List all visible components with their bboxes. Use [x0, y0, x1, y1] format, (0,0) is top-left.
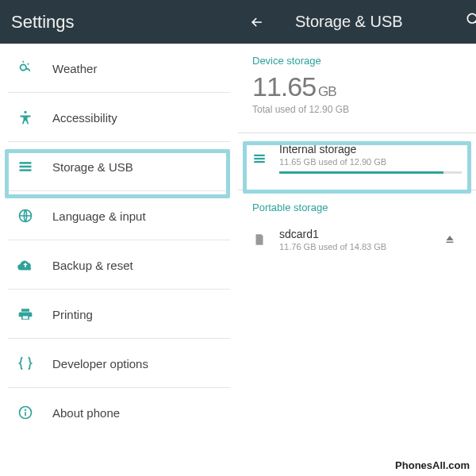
sdcard-icon	[252, 232, 274, 247]
svg-rect-8	[23, 317, 29, 319]
eject-icon[interactable]	[438, 231, 462, 248]
svg-rect-15	[254, 157, 265, 159]
settings-item-language[interactable]: Language & input	[0, 191, 238, 240]
settings-item-developer[interactable]: Developer options	[0, 339, 238, 388]
internal-title: Internal storage	[279, 143, 462, 155]
svg-line-2	[28, 63, 29, 64]
storage-icon	[252, 152, 274, 166]
svg-point-12	[467, 13, 476, 23]
settings-item-accessibility[interactable]: Accessibility	[0, 93, 238, 142]
total-used: 11.65GB	[238, 71, 476, 102]
total-sub: Total used of 12.90 GB	[238, 102, 476, 126]
storage-title: Storage & USB	[295, 13, 403, 31]
sdcard-sub: 11.76 GB used of 14.83 GB	[279, 242, 438, 251]
svg-rect-5	[20, 166, 32, 168]
settings-item-printing[interactable]: Printing	[0, 290, 238, 339]
svg-rect-16	[254, 161, 265, 163]
search-icon[interactable]	[465, 11, 476, 27]
svg-point-0	[21, 64, 26, 70]
settings-pane: Settings Weather Accessibility Storage &…	[0, 0, 238, 476]
braces-icon	[16, 354, 35, 373]
settings-item-backup[interactable]: Backup & reset	[0, 240, 238, 290]
internal-sub: 11.65 GB used of 12.90 GB	[279, 157, 462, 167]
item-label: Weather	[35, 62, 97, 75]
settings-item-storage-usb[interactable]: Storage & USB	[0, 142, 238, 191]
sdcard-row[interactable]: sdcard1 11.76 GB used of 14.83 GB	[238, 218, 476, 259]
item-label: Developer options	[35, 357, 148, 370]
svg-point-3	[24, 111, 26, 113]
svg-rect-14	[254, 154, 265, 155]
watermark: PhonesAll.com	[395, 459, 470, 471]
total-value: 11.65	[252, 71, 316, 102]
sdcard-title: sdcard1	[279, 228, 438, 240]
svg-point-11	[25, 409, 26, 410]
item-label: Language & input	[35, 209, 146, 223]
storage-icon	[16, 157, 35, 176]
item-label: Backup & reset	[35, 259, 133, 272]
accessibility-icon	[16, 108, 35, 127]
settings-header: Settings	[0, 0, 238, 44]
settings-list: Weather Accessibility Storage & USB Lang…	[0, 44, 238, 437]
item-label: Printing	[35, 308, 93, 321]
storage-header: Storage & USB	[238, 0, 476, 44]
settings-item-weather[interactable]: Weather	[0, 44, 238, 93]
printer-icon	[16, 305, 35, 324]
back-icon[interactable]	[249, 14, 265, 30]
item-label: About phone	[35, 406, 120, 420]
device-storage-label: Device storage	[238, 44, 476, 71]
internal-progress	[279, 171, 462, 174]
svg-rect-17	[447, 242, 454, 244]
settings-item-about[interactable]: About phone	[0, 388, 238, 437]
cloud-upload-icon	[16, 255, 35, 274]
storage-pane: Storage & USB Device storage 11.65GB Tot…	[238, 0, 476, 476]
svg-rect-4	[20, 162, 32, 164]
svg-rect-6	[20, 169, 32, 171]
item-label: Accessibility	[35, 111, 117, 125]
internal-storage-row[interactable]: Internal storage 11.65 GB used of 12.90 …	[238, 133, 476, 182]
globe-icon	[16, 206, 35, 225]
settings-title: Settings	[11, 12, 75, 33]
item-label: Storage & USB	[35, 160, 133, 174]
weather-icon	[16, 59, 35, 78]
info-icon	[16, 403, 35, 422]
portable-storage-label: Portable storage	[238, 190, 476, 218]
total-unit: GB	[318, 84, 336, 99]
